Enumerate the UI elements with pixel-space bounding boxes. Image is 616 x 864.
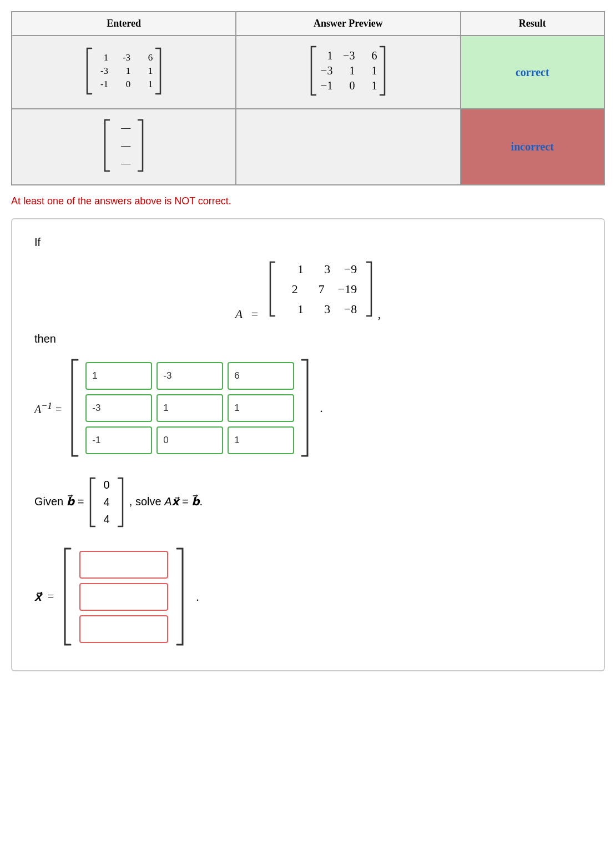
ainv-input-11[interactable] [85, 362, 152, 390]
matrix-row-entered-1-3: -1 0 1 [95, 79, 153, 90]
solve-label: , solve Ax⃗ = b⃗. [129, 495, 203, 508]
preview-cell-2 [236, 109, 460, 185]
left-bracket-a-icon [267, 260, 277, 318]
entered-matrix-1: 1 -3 6 -3 1 1 -1 0 1 [84, 46, 164, 96]
matrix-row-entered-2-3: — [117, 158, 130, 169]
result-cell-2: incorrect [461, 109, 604, 185]
cell: 6 [139, 52, 153, 63]
matrix-row-preview-1-3: −1 0 1 [319, 79, 377, 92]
result-label-2: incorrect [511, 140, 554, 153]
a11: 1 [290, 262, 304, 277]
cell: 0 [341, 79, 355, 92]
cell: −1 [319, 79, 332, 92]
result-cell-1: correct [461, 36, 604, 109]
a-matrix: 1 3 −9 2 7 −19 1 3 −8 [267, 260, 375, 318]
b1: 0 [104, 479, 110, 491]
ainv-input-31[interactable] [85, 426, 152, 454]
b2: 4 [104, 496, 110, 509]
error-message: At least one of the answers above is NOT… [11, 195, 605, 207]
ainv-input-13[interactable] [228, 362, 294, 390]
b-vector-values: 0 4 4 [104, 479, 110, 526]
dash-3: — [117, 158, 130, 169]
a-comma: , [378, 307, 381, 321]
ainv-input-grid[interactable] [85, 362, 294, 454]
cell: 0 [117, 79, 130, 90]
a33: −8 [344, 302, 357, 317]
x-vector-section: x⃗ = . [34, 545, 582, 648]
given-label: Given [34, 495, 67, 508]
cell: 1 [363, 79, 377, 92]
a-matrix-display: A = 1 3 −9 2 7 −19 1 3 −8 [34, 260, 582, 322]
cell: -1 [95, 79, 108, 90]
cell: 1 [341, 64, 355, 77]
entered-cell-1: 1 -3 6 -3 1 1 -1 0 1 [12, 36, 236, 109]
right-bracket-preview-icon [378, 44, 388, 97]
cell: -3 [117, 52, 130, 63]
right-bracket-ainv-icon [300, 356, 312, 459]
matrix-row-entered-1-1: 1 -3 6 [95, 52, 153, 63]
right-bracket-a-icon [365, 260, 375, 318]
matrix-rows-entered-1: 1 -3 6 -3 1 1 -1 0 1 [95, 52, 153, 90]
b-vec-label: b⃗ [67, 495, 74, 508]
table-row-2: — — — i [12, 109, 604, 185]
right-bracket-x-icon [175, 545, 187, 648]
ainv-input-21[interactable] [85, 394, 152, 422]
b-equals: = [78, 495, 87, 508]
matrix-row-preview-1-1: 1 −3 6 [319, 49, 377, 62]
left-bracket-icon [84, 46, 94, 96]
col-header-entered: Entered [12, 12, 236, 36]
matrix-rows-entered-2: — — — [117, 122, 130, 169]
left-bracket-x-icon [60, 545, 73, 648]
cell: −3 [319, 64, 332, 77]
ainv-input-32[interactable] [156, 426, 223, 454]
left-bracket-preview-icon [308, 44, 318, 97]
cell: 1 [319, 49, 332, 62]
x-input-2[interactable] [79, 583, 168, 611]
ainv-section: A−1 = . [34, 356, 582, 459]
matrix-row-entered-2-1: — [117, 122, 130, 133]
a-matrix-rows: 1 3 −9 2 7 −19 1 3 −8 [285, 262, 357, 317]
cell: 6 [363, 49, 377, 62]
cell: 1 [117, 66, 130, 77]
entered-cell-2: — — — [12, 109, 236, 185]
x-label: x⃗ [34, 590, 41, 604]
col-header-result: Result [461, 12, 604, 36]
ainv-input-22[interactable] [156, 394, 223, 422]
if-label: If [34, 236, 582, 249]
a13: −9 [344, 262, 357, 277]
dash-2: — [117, 140, 130, 151]
a32: 3 [317, 302, 330, 317]
cell: 1 [139, 79, 153, 90]
left-bracket-v2-icon [102, 118, 112, 173]
ainv-input-33[interactable] [228, 426, 294, 454]
given-section: Given b⃗ = 0 4 4 , solve Ax⃗ = b⃗. [34, 476, 582, 529]
cell: -3 [95, 66, 108, 77]
table-row-1: 1 -3 6 -3 1 1 -1 0 1 [12, 36, 604, 109]
problem-box: If A = 1 3 −9 2 7 −19 1 3 [11, 218, 605, 671]
x-equals: = [48, 590, 54, 603]
matrix-row-entered-1-2: -3 1 1 [95, 66, 153, 77]
x-input-3[interactable] [79, 615, 168, 643]
col-header-preview: Answer Preview [236, 12, 460, 36]
a12: 3 [317, 262, 330, 277]
a-equals-sign: = [251, 307, 258, 321]
result-label-1: correct [516, 66, 549, 78]
a-row-1: 1 3 −9 [285, 262, 357, 277]
x-input-1[interactable] [79, 551, 168, 579]
then-label: then [34, 333, 582, 345]
preview-cell-1: 1 −3 6 −3 1 1 −1 0 1 [236, 36, 460, 109]
x-period: . [196, 590, 199, 604]
cell: −3 [341, 49, 355, 62]
a-equals: A [235, 307, 243, 321]
a-row-2: 2 7 −19 [285, 282, 357, 297]
ainv-input-23[interactable] [228, 394, 294, 422]
answer-table: Entered Answer Preview Result 1 -3 [11, 11, 605, 185]
matrix-row-preview-1-2: −3 1 1 [319, 64, 377, 77]
matrix-rows-preview-1: 1 −3 6 −3 1 1 −1 0 1 [319, 49, 377, 92]
cell: 1 [139, 66, 153, 77]
right-bracket-v2-icon [136, 118, 146, 173]
ainv-input-12[interactable] [156, 362, 223, 390]
dash-1: — [117, 122, 130, 133]
a23: −19 [338, 282, 357, 297]
x-input-grid[interactable] [79, 551, 168, 643]
